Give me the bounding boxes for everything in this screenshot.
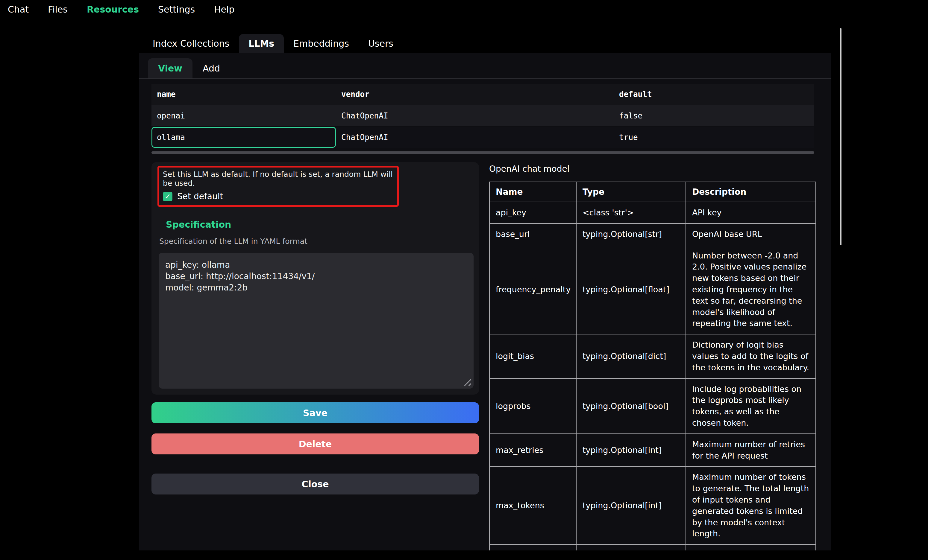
llm-cell-name-selected[interactable]: ollama <box>151 127 336 148</box>
param-type: typing.Optional[dict] <box>576 334 686 378</box>
param-name: max_tokens <box>490 466 576 545</box>
yaml-spec-textarea[interactable]: api_key: ollama base_url: http://localho… <box>159 253 473 389</box>
param-row-clipped <box>490 545 816 551</box>
param-description: Dictionary of logit bias values to add t… <box>686 334 816 378</box>
param-row: logprobs typing.Optional[bool] Include l… <box>490 379 816 434</box>
yaml-editor-wrap: api_key: ollama base_url: http://localho… <box>159 253 473 389</box>
param-row: max_retries typing.Optional[int] Maximum… <box>490 434 816 467</box>
param-type <box>576 545 686 551</box>
model-params-table: Name Type Description api_key <class 'st… <box>489 181 816 551</box>
subtab-add[interactable]: Add <box>192 58 230 78</box>
llm-table-header: name vendor default <box>151 84 814 105</box>
llms-subtabs: View Add <box>139 53 831 79</box>
param-description: Number between -2.0 and 2.0. Positive va… <box>686 245 816 335</box>
llm-col-vendor: vendor <box>336 84 614 105</box>
param-type: <class 'str'> <box>576 202 686 224</box>
close-button[interactable]: Close <box>151 473 479 495</box>
param-description: Maximum number of tokens to generate. Th… <box>686 466 816 545</box>
nav-resources[interactable]: Resources <box>87 4 139 15</box>
llm-cell-vendor[interactable]: ChatOpenAI <box>336 105 614 126</box>
param-description: API key <box>686 202 816 224</box>
llm-row-openai[interactable]: openai ChatOpenAI false <box>151 105 814 126</box>
nav-help[interactable]: Help <box>214 4 234 15</box>
param-type: typing.Optional[int] <box>576 434 686 467</box>
param-name: frequency_penalty <box>490 245 576 335</box>
param-type: typing.Optional[str] <box>576 224 686 245</box>
tab-users[interactable]: Users <box>359 34 403 53</box>
default-hint-text: Set this LLM as default. If no default i… <box>163 170 393 188</box>
param-type: typing.Optional[int] <box>576 466 686 545</box>
check-icon: ✓ <box>165 192 171 201</box>
set-default-row: ✓ Set default <box>163 192 393 201</box>
annotation-highlight-box: Set this LLM as default. If no default i… <box>157 166 399 207</box>
horizontal-scrollbar[interactable] <box>151 151 814 154</box>
param-row: max_tokens typing.Optional[int] Maximum … <box>490 466 816 545</box>
top-nav: Chat Files Resources Settings Help <box>0 0 234 18</box>
llm-cell-name[interactable]: openai <box>151 105 336 126</box>
nav-chat[interactable]: Chat <box>8 4 29 15</box>
model-doc-column: OpenAI chat model Name Type Description … <box>489 162 815 551</box>
param-type: typing.Optional[bool] <box>576 379 686 434</box>
model-doc-title: OpenAI chat model <box>489 164 815 174</box>
nav-settings[interactable]: Settings <box>158 4 195 15</box>
param-name: logit_bias <box>490 334 576 378</box>
param-name: logprobs <box>490 379 576 434</box>
llm-detail-card: Set this LLM as default. If no default i… <box>151 162 479 394</box>
resource-tabbar: Index Collections LLMs Embeddings Users <box>139 34 831 53</box>
resources-panel: Index Collections LLMs Embeddings Users … <box>139 34 831 551</box>
tab-embeddings[interactable]: Embeddings <box>284 34 359 53</box>
param-description: Include log probabilities on the logprob… <box>686 379 816 434</box>
subtab-view[interactable]: View <box>148 58 192 78</box>
llm-cell-default[interactable]: true <box>614 127 814 148</box>
param-name: max_retries <box>490 434 576 467</box>
param-row: logit_bias typing.Optional[dict] Diction… <box>490 334 816 378</box>
param-name <box>490 545 576 551</box>
vertical-scrollbar-thumb[interactable] <box>840 28 841 245</box>
tab-llms[interactable]: LLMs <box>239 34 284 53</box>
llm-col-name: name <box>151 84 336 105</box>
param-name: base_url <box>490 224 576 245</box>
param-row: base_url typing.Optional[str] OpenAI bas… <box>490 224 816 245</box>
param-description <box>686 545 816 551</box>
nav-files[interactable]: Files <box>48 4 68 15</box>
llm-table: name vendor default openai ChatOpenAI fa… <box>151 84 814 148</box>
param-type: typing.Optional[float] <box>576 245 686 335</box>
delete-button[interactable]: Delete <box>151 434 479 454</box>
llm-detail-column: Set this LLM as default. If no default i… <box>151 162 479 495</box>
param-row: api_key <class 'str'> API key <box>490 202 816 224</box>
col-header-name: Name <box>490 182 576 202</box>
param-name: api_key <box>490 202 576 224</box>
llm-col-default: default <box>614 84 814 105</box>
set-default-checkbox[interactable]: ✓ <box>163 192 172 201</box>
param-row: frequency_penalty typing.Optional[float]… <box>490 245 816 335</box>
specification-caption: Specification of the LLM in YAML format <box>159 237 473 246</box>
tab-index-collections[interactable]: Index Collections <box>143 34 239 53</box>
specification-heading: Specification <box>166 219 473 230</box>
llms-panel-body: View Add name vendor default openai Chat… <box>139 53 831 551</box>
llm-cell-vendor[interactable]: ChatOpenAI <box>336 127 614 148</box>
param-description: OpenAI base URL <box>686 224 816 245</box>
llm-row-ollama[interactable]: ollama ChatOpenAI true <box>151 127 814 148</box>
save-button[interactable]: Save <box>151 402 479 423</box>
param-description: Maximum number of retries for the API re… <box>686 434 816 467</box>
model-params-header: Name Type Description <box>490 182 816 202</box>
col-header-type: Type <box>576 182 686 202</box>
set-default-label[interactable]: Set default <box>177 192 223 201</box>
col-header-description: Description <box>686 182 816 202</box>
llm-cell-default[interactable]: false <box>614 105 814 126</box>
llm-detail-section: Set this LLM as default. If no default i… <box>151 162 814 551</box>
